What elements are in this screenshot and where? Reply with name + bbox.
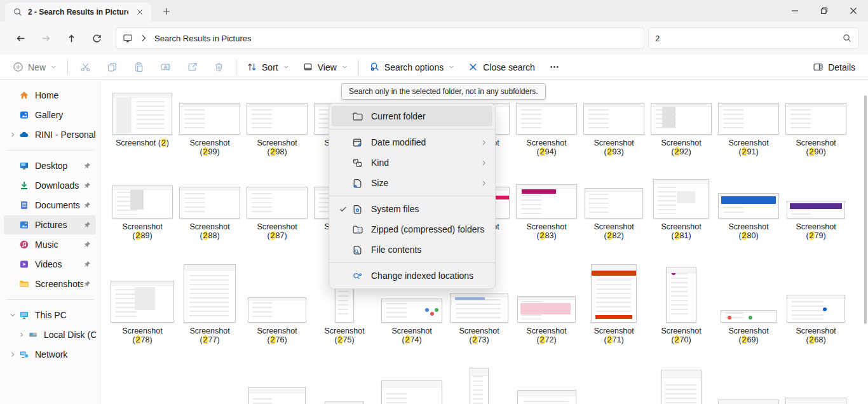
sidebar-item-music[interactable]: Music <box>4 235 96 254</box>
file-item[interactable] <box>311 352 378 404</box>
menu-item-size[interactable]: Size <box>332 173 492 193</box>
sidebar-item-desktop[interactable]: Desktop <box>4 156 96 175</box>
file-item[interactable]: Screenshot(283) <box>513 164 580 248</box>
search-box[interactable] <box>648 27 859 49</box>
sidebar-item-label: This PC <box>35 310 96 320</box>
tab-close-icon[interactable] <box>133 6 146 18</box>
file-item[interactable]: Screenshot(269) <box>715 248 782 352</box>
file-item[interactable]: Screenshot(292) <box>648 80 715 164</box>
file-item[interactable] <box>715 352 782 404</box>
details-button[interactable]: Details <box>806 57 862 77</box>
file-label: Screenshot(278) <box>122 327 162 352</box>
file-item[interactable]: Screenshot(277) <box>176 248 243 352</box>
menu-item-zipped-compressed-folders[interactable]: Zipped (compressed) folders <box>332 219 492 239</box>
file-item[interactable]: Screenshot(278) <box>109 248 176 352</box>
file-item[interactable]: Screenshot(270) <box>648 248 715 352</box>
file-item[interactable]: Screenshot(288) <box>176 164 243 248</box>
new-button[interactable]: New <box>6 57 64 77</box>
menu-item-kind[interactable]: Kind <box>332 152 492 173</box>
close-icon[interactable] <box>839 0 868 22</box>
file-item[interactable]: Screenshot(299) <box>176 80 243 164</box>
file-item[interactable]: Screenshot(272) <box>513 248 580 352</box>
sidebar-item-pictures[interactable]: Pictures <box>4 215 96 234</box>
share-icon[interactable] <box>179 57 205 77</box>
sidebar-item-documents[interactable]: Documents <box>4 196 96 215</box>
sidebar-item-gallery[interactable]: Gallery <box>4 105 96 125</box>
sidebar-item-home[interactable]: Home <box>4 86 96 105</box>
menu-item-label: Current folder <box>371 111 487 121</box>
close-search-button[interactable]: Close search <box>461 57 541 77</box>
menu-item-current-folder[interactable]: Current folder <box>332 106 492 126</box>
menu-item-date-modified[interactable]: Date modified <box>332 132 492 152</box>
menu-item-label: Zipped (compressed) folders <box>371 224 487 234</box>
view-button[interactable]: View <box>296 57 355 77</box>
file-item[interactable]: Screenshot(268) <box>782 248 850 352</box>
chevron-right-icon <box>6 131 19 138</box>
address-bar[interactable]: Search Results in Pictures <box>116 27 644 49</box>
pin-icon <box>83 162 91 170</box>
delete-icon[interactable] <box>205 57 232 77</box>
back-icon[interactable] <box>8 27 33 50</box>
file-item[interactable]: Screenshot(298) <box>243 80 311 164</box>
restore-icon[interactable] <box>810 0 839 22</box>
pin-icon <box>83 241 91 248</box>
file-thumbnail <box>651 103 712 135</box>
thumbnail-detail <box>130 189 144 210</box>
sort-button[interactable]: Sort <box>240 57 296 77</box>
menu-item-file-contents[interactable]: File contents <box>332 239 492 260</box>
menu-item-change-indexed-locations[interactable]: Change indexed locations <box>332 266 492 286</box>
sidebar-item-this-pc[interactable]: This PC <box>4 306 96 325</box>
sidebar-item-local-disk[interactable]: Local Disk (C:) <box>4 325 96 344</box>
minimize-icon[interactable] <box>780 0 810 22</box>
cut-icon[interactable] <box>72 57 98 77</box>
search-icon[interactable] <box>842 33 852 43</box>
file-item[interactable]: Screenshot(291) <box>715 80 782 164</box>
breadcrumb[interactable]: Search Results in Pictures <box>154 34 251 43</box>
file-item[interactable] <box>243 352 311 404</box>
file-item[interactable]: Screenshot(281) <box>648 164 715 248</box>
copy-icon[interactable] <box>98 57 125 77</box>
menu-item-system-files[interactable]: System files <box>332 199 492 219</box>
current-folder-icon <box>351 111 363 122</box>
file-item[interactable]: Screenshot(289) <box>109 164 176 248</box>
file-item[interactable] <box>176 352 243 404</box>
explorer-tab[interactable]: 2 - Search Results in Pictures <box>5 3 151 22</box>
search-options-button[interactable]: Search options <box>363 57 461 77</box>
file-item[interactable] <box>782 352 850 404</box>
file-item[interactable] <box>648 352 715 404</box>
file-item[interactable]: Screenshot(279) <box>782 164 850 248</box>
paste-icon[interactable] <box>125 57 152 77</box>
file-item[interactable]: Screenshot(290) <box>782 80 850 164</box>
new-tab-button[interactable] <box>158 3 175 20</box>
file-item[interactable] <box>580 352 648 404</box>
file-item[interactable] <box>445 352 513 404</box>
up-icon[interactable] <box>58 27 84 50</box>
file-item[interactable]: Screenshot(276) <box>243 248 311 352</box>
rename-icon[interactable] <box>152 57 179 77</box>
file-item[interactable] <box>378 352 445 404</box>
menu-item-label: Change indexed locations <box>371 271 487 281</box>
sidebar-item-screenshots[interactable]: Screenshots <box>4 274 96 293</box>
more-options-icon[interactable] <box>541 57 568 77</box>
file-item[interactable] <box>513 352 580 404</box>
file-item[interactable]: Screenshot(271) <box>580 248 648 352</box>
file-thumbnail <box>718 193 779 219</box>
sidebar-item-downloads[interactable]: Downloads <box>4 176 96 195</box>
breadcrumb-chevron-icon[interactable] <box>139 33 149 43</box>
indexed-locations-icon <box>351 271 363 281</box>
file-item[interactable]: Screenshot(282) <box>580 164 648 248</box>
search-input[interactable] <box>655 34 842 43</box>
sidebar-item-onedrive[interactable]: RINI - Personal <box>4 125 96 144</box>
file-item[interactable]: Screenshot(293) <box>580 80 648 164</box>
sidebar-item-videos[interactable]: Videos <box>4 255 96 274</box>
scrollbar-thumb[interactable] <box>864 95 867 324</box>
file-label: Screenshot(288) <box>189 222 229 248</box>
file-item[interactable]: Screenshot(280) <box>715 164 782 248</box>
refresh-icon[interactable] <box>84 27 109 50</box>
file-label: Screenshot(272) <box>526 327 566 352</box>
forward-icon[interactable] <box>33 27 58 50</box>
file-item[interactable]: Screenshot (2) <box>109 80 176 164</box>
sidebar-item-network[interactable]: Network <box>4 345 96 364</box>
file-item[interactable]: Screenshot(287) <box>243 164 311 248</box>
search-options-icon <box>369 62 380 72</box>
